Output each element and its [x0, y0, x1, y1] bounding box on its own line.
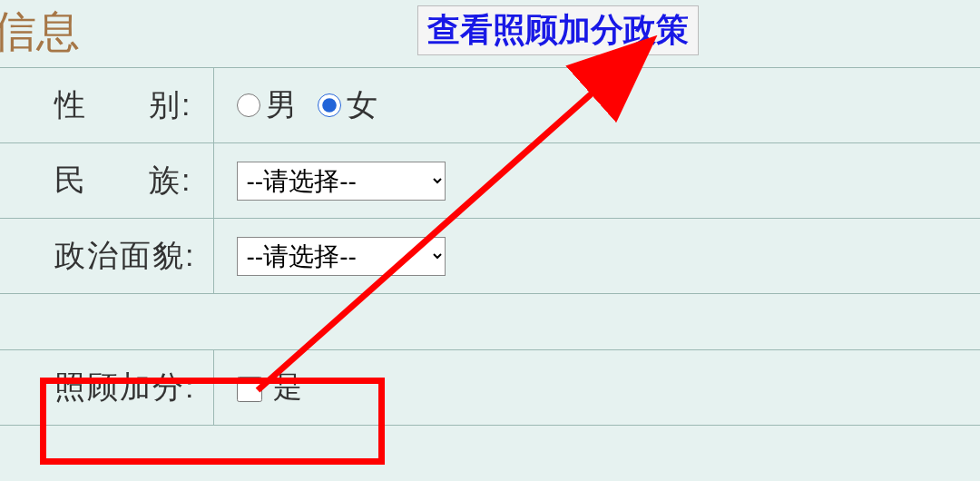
row-gender: 性别: 男 女 [0, 68, 980, 143]
row-bonus: 照顾加分: 是 [0, 350, 980, 426]
value-politics: --请选择-- [213, 219, 980, 294]
section-title: 信息 [0, 0, 80, 70]
label-ethnicity: 民族: [0, 143, 213, 219]
policy-link[interactable]: 查看照顾加分政策 [427, 11, 689, 48]
form-table: 性别: 男 女 民族: --请选择-- 政治面貌: --请选择-- [0, 67, 980, 426]
select-ethnicity[interactable]: --请选择-- [237, 162, 446, 201]
row-ethnicity: 民族: --请选择-- [0, 143, 980, 219]
policy-link-container: 查看照顾加分政策 [417, 5, 699, 55]
radio-male[interactable] [237, 93, 260, 117]
value-bonus: 是 [213, 350, 980, 426]
bonus-checkbox[interactable] [237, 377, 262, 402]
radio-female-label: 女 [347, 84, 377, 126]
radio-female-wrap[interactable]: 女 [318, 84, 377, 126]
radio-female[interactable] [318, 93, 341, 117]
row-politics: 政治面貌: --请选择-- [0, 219, 980, 294]
value-ethnicity: --请选择-- [213, 143, 980, 219]
radio-male-wrap[interactable]: 男 [237, 84, 297, 126]
value-gender: 男 女 [213, 68, 980, 143]
bonus-option-label: 是 [273, 370, 302, 403]
label-bonus: 照顾加分: [0, 350, 213, 426]
radio-male-label: 男 [266, 84, 297, 126]
select-politics[interactable]: --请选择-- [237, 237, 446, 276]
label-politics: 政治面貌: [0, 219, 213, 294]
row-spacer [0, 294, 980, 350]
bonus-checkbox-wrap[interactable]: 是 [237, 370, 303, 403]
label-gender: 性别: [0, 68, 213, 143]
